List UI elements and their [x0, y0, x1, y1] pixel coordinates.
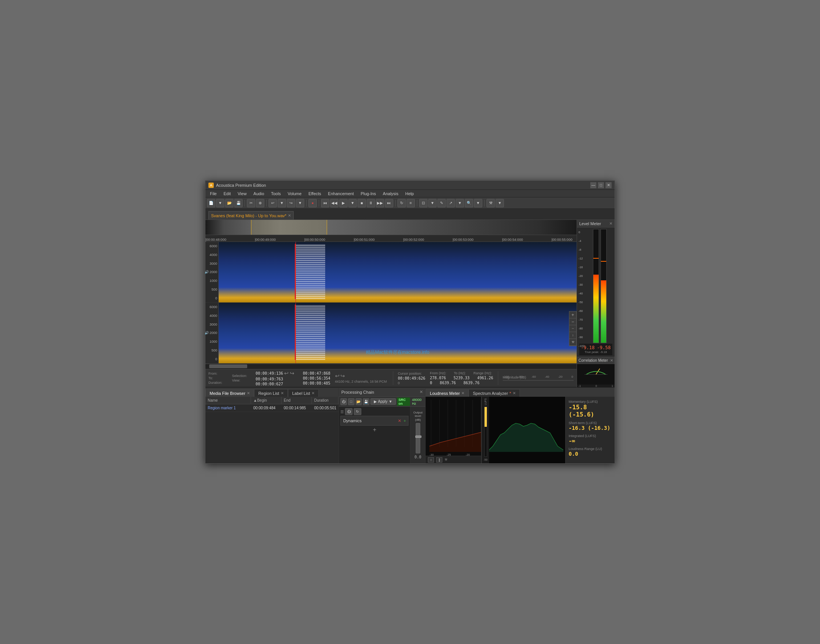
list-item[interactable]: Dynamics ✕ +	[340, 416, 408, 426]
tab-spectrum-close[interactable]: ✕	[513, 391, 516, 395]
toolbar-fx[interactable]: ↗	[447, 199, 455, 207]
zoom-fit-v-button[interactable]: ↕	[569, 332, 576, 339]
redo-btn-1[interactable]: ↪	[290, 370, 294, 376]
redo-btn-2[interactable]: ↪	[340, 373, 345, 379]
toolbar-mixer[interactable]: ≡	[407, 199, 415, 207]
tab-loudness-meter[interactable]: Loudness Meter ✕	[426, 389, 469, 397]
tab-label-list[interactable]: Label List ✕	[288, 389, 319, 397]
zoom-tool-button[interactable]: ⚒	[569, 339, 576, 346]
proc-new-btn[interactable]: □	[348, 398, 354, 405]
proc-chain-close[interactable]: ✕	[420, 390, 423, 394]
menu-tools[interactable]: Tools	[268, 191, 284, 196]
toolbar-play[interactable]: ▶	[339, 199, 348, 207]
table-row[interactable]: Region marker 1 00:00:09:484 00:00:14:98…	[205, 404, 338, 412]
proc-item-loop[interactable]: ↻	[354, 408, 361, 415]
menu-file[interactable]: File	[207, 191, 220, 196]
timeline-ruler: |00:00:48:000 |00:00:49:000 |00:00:50:00…	[205, 235, 577, 242]
toolbar-copy[interactable]: ⊕	[256, 199, 264, 207]
toolbar-cut[interactable]: ✂	[247, 199, 255, 207]
toolbar-open[interactable]: 📂	[225, 199, 234, 207]
toolbar-rewind[interactable]: ◀◀	[330, 199, 338, 207]
menu-audio[interactable]: Audio	[250, 191, 267, 196]
freq-from-label: 0	[398, 381, 425, 385]
menu-analysis[interactable]: Analysis	[380, 191, 402, 196]
toolbar-dropdown1[interactable]: ▼	[216, 199, 224, 207]
toolbar-record[interactable]: ●	[308, 199, 317, 207]
proc-save-btn[interactable]: 💾	[363, 398, 369, 405]
toolbar-ff[interactable]: ▶▶	[376, 199, 384, 207]
toolbar-zoom-dd[interactable]: ▼	[474, 199, 482, 207]
tab-media-browser[interactable]: Media File Browser ✕	[205, 389, 254, 397]
from-hz-label: From (Hz):	[430, 371, 446, 375]
h-scrollbar[interactable]	[205, 364, 577, 369]
tab-spectrum-analyzer[interactable]: Spectrum Analyzer * ✕	[469, 389, 520, 397]
menu-volume[interactable]: Volume	[284, 191, 305, 196]
freq-label-4000a: 4000	[210, 253, 217, 257]
tab-media-close[interactable]: ✕	[247, 391, 250, 395]
loudness-reset-btn[interactable]: ○	[428, 457, 434, 463]
menu-edit[interactable]: Edit	[221, 191, 234, 196]
toolbar-snap-dd[interactable]: ▼	[428, 199, 437, 207]
proc-add-btn[interactable]: +	[340, 426, 408, 433]
loudness-controls: ○ ‖ ⚒	[426, 456, 481, 463]
toolbar-undo-dd[interactable]: ▼	[278, 199, 286, 207]
toolbar-undo[interactable]: ↩	[269, 199, 277, 207]
zoom-fit-h-button[interactable]: ↔	[569, 325, 576, 332]
toolbar-redo[interactable]: ↪	[287, 199, 295, 207]
zoom-in-button[interactable]: +	[569, 312, 576, 318]
toolbar-new[interactable]: 📄	[207, 199, 215, 207]
proc-item-power[interactable]: ⏻	[345, 408, 353, 415]
proc-power-btn[interactable]: ⏻	[340, 398, 347, 405]
tab-region-list[interactable]: Region List ✕	[254, 389, 288, 397]
scrollbar-thumb[interactable]	[209, 364, 247, 368]
toolbar-save[interactable]: 💾	[234, 199, 243, 207]
tab-loudness-close[interactable]: ✕	[461, 391, 464, 395]
tab-label-close[interactable]: ✕	[311, 391, 315, 395]
toolbar-play-dd[interactable]: ▼	[348, 199, 357, 207]
menu-effects[interactable]: Effects	[305, 191, 324, 196]
toolbar-fx-dd[interactable]: ▼	[456, 199, 464, 207]
spectrogram-area[interactable]: 6000 4000 3000 🔊 2000 1000 500 0	[205, 242, 577, 369]
track-tab[interactable]: Svanes (feat King Milo) - Up to You.wav*…	[208, 211, 294, 219]
track-tab-close[interactable]: ✕	[288, 213, 291, 218]
close-button[interactable]: ✕	[605, 182, 612, 188]
freq-val-row2: 0 8639.76 8639.76	[430, 381, 493, 385]
toolbar-snap[interactable]: ⊡	[419, 199, 427, 207]
minimize-button[interactable]: —	[590, 182, 596, 188]
toolbar-zoom[interactable]: 🔍	[465, 199, 473, 207]
ruler-tick-6: |00:00:54:000	[502, 238, 523, 242]
overview-waveform[interactable]	[205, 220, 577, 235]
toolbar-marker[interactable]: ✎	[437, 199, 446, 207]
menu-plugins[interactable]: Plug-Ins	[358, 191, 379, 196]
toolbar-tool[interactable]: ⚒	[486, 199, 495, 207]
toolbar-skip-end[interactable]: ⏭	[385, 199, 393, 207]
tab-region-close[interactable]: ✕	[281, 391, 284, 395]
level-meter-close[interactable]: ✕	[609, 221, 612, 226]
menu-view[interactable]: View	[235, 191, 250, 196]
corr-tick-1: 1	[612, 385, 613, 387]
toolbar-loop[interactable]: ↻	[397, 199, 406, 207]
proc-item-add[interactable]: +	[404, 418, 406, 423]
toolbar-pause[interactable]: ⏸	[367, 199, 375, 207]
menu-help[interactable]: Help	[402, 191, 417, 196]
spectrogram-ch2[interactable]: 精品Mac软件尽在macstore.info	[219, 303, 577, 363]
proc-item-remove[interactable]: ✕	[398, 418, 401, 423]
volume-slider[interactable]	[416, 423, 420, 453]
corr-close[interactable]: ✕	[610, 358, 613, 363]
spectrogram-ch1[interactable]	[219, 242, 577, 302]
menu-enhancement[interactable]: Enhancement	[325, 191, 357, 196]
toolbar-skip-start[interactable]: ⏮	[321, 199, 329, 207]
toolbar-tool-dd[interactable]: ▼	[496, 199, 504, 207]
maximize-button[interactable]: □	[598, 182, 604, 188]
apply-button[interactable]: ▶ Apply ▼	[370, 398, 396, 405]
undo-btn-1[interactable]: ↩	[284, 370, 289, 376]
proc-list-icon[interactable]: ☰	[340, 410, 344, 414]
toolbar-stop[interactable]: ■	[358, 199, 366, 207]
ruler-tick-7: |00:00:55:000	[551, 238, 572, 242]
loudness-pause-btn[interactable]: ‖	[436, 457, 442, 463]
zoom-out-button[interactable]: −	[569, 318, 576, 325]
proc-open-btn[interactable]: 📂	[356, 398, 362, 405]
volume-thumb[interactable]	[415, 436, 421, 438]
undo-btn-2[interactable]: ↩	[335, 373, 340, 379]
toolbar-redo-dd[interactable]: ▼	[296, 199, 304, 207]
